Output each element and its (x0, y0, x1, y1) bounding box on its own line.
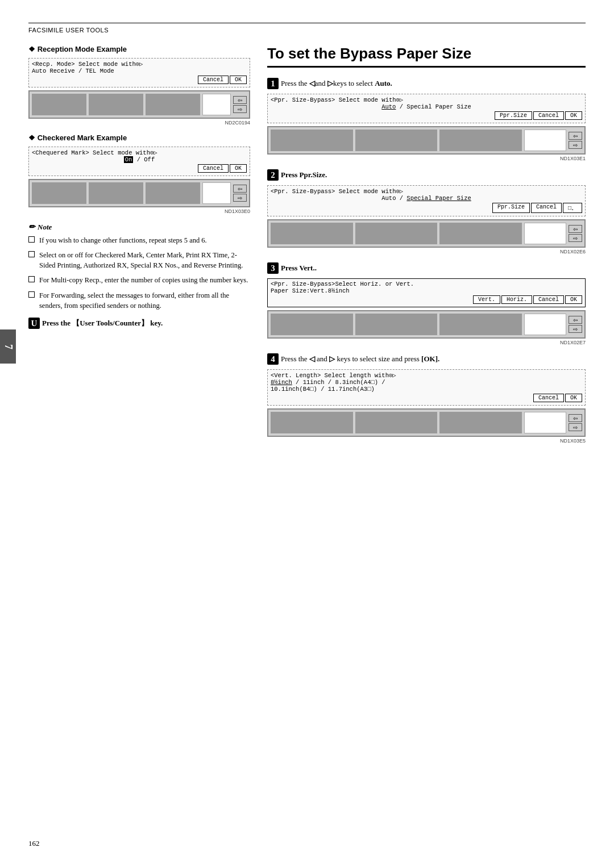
checkered-screen-mockup: ⇦ ⇨ (28, 179, 250, 207)
note-item-1: If you wish to change other functions, r… (28, 235, 250, 245)
step4-text: Press the ◁ and ▷ keys to select size an… (281, 353, 586, 365)
note-section: ✏ Note If you wish to change other funct… (28, 222, 250, 311)
screen-block-4 (202, 94, 231, 115)
right-arrow-2[interactable]: ⇨ (233, 194, 247, 202)
step-u: U Press the 【User Tools/Counter】 key. (28, 318, 250, 329)
checkered-fig-id: ND1X03E0 (28, 208, 250, 214)
step3-lcd-buttons: Vert. Horiz. Cancel OK (271, 294, 582, 305)
reception-lcd-line1: <Recp. Mode> Select mode with⊙▷ (32, 60, 247, 68)
step2-ok-btn[interactable]: □。 (563, 203, 582, 213)
step1-screen-mockup: ⇦ ⇨ (267, 126, 586, 155)
step2-left-arrow[interactable]: ⇦ (569, 225, 582, 233)
step4-left-arrow[interactable]: ⇦ (569, 414, 582, 422)
step1-lcd-line1: <Ppr. Size-Bypass> Select mode with⊙▷ (271, 96, 582, 103)
step2-cancel-btn[interactable]: Cancel (531, 203, 562, 213)
step2-lcd-line2: Auto / Special Paper Size (271, 195, 582, 202)
step3-left-arrow[interactable]: ⇦ (569, 316, 582, 324)
step3-row: 3 Press Vert.. (267, 262, 586, 274)
step3-vert-btn[interactable]: Vert. (473, 295, 500, 304)
checkered-cancel-btn[interactable]: Cancel (198, 164, 229, 173)
step2-right-arrow[interactable]: ⇨ (569, 234, 582, 242)
step2-fig-id: ND1X02E6 (267, 249, 586, 254)
left-arrow[interactable]: ⇦ (233, 96, 247, 104)
step4-right-arrow[interactable]: ⇨ (569, 423, 582, 431)
two-col-layout: Reception Mode Example <Recp. Mode> Sele… (28, 45, 586, 452)
right-arrow[interactable]: ⇨ (233, 105, 247, 113)
reception-fig-id: ND2C0194 (28, 120, 250, 126)
step3-lcd-line1: <Ppr. Size-Bypass>Select Horiz. or Vert. (271, 281, 582, 287)
step3-text: Press Vert.. (281, 262, 586, 274)
checkered-lcd-box: <Chequered Mark> Select mode with⊙▷ On /… (28, 147, 250, 176)
step3-screen-mockup: ⇦ ⇨ (267, 310, 586, 339)
step4-row: 4 Press the ◁ and ▷ keys to select size … (267, 353, 586, 365)
step2-block: 2 Press Ppr.Size. <Ppr. Size-Bypass> Sel… (267, 169, 586, 254)
top-rule (28, 23, 586, 23)
screen-block-4 (202, 182, 231, 204)
screen-block-1 (32, 182, 86, 204)
step4-screen-mockup: ⇦ ⇨ (267, 408, 586, 437)
right-column: To set the Bypass Paper Size 1 Press the… (267, 45, 586, 452)
step2-num: 2 (267, 169, 279, 181)
step4-lcd-buttons: Cancel OK (271, 393, 582, 403)
header-label: FACSIMILE USER TOOLS (28, 27, 586, 34)
step2-text: Press Ppr.Size. (281, 169, 586, 181)
step3-lcd-box: <Ppr. Size-Bypass>Select Horiz. or Vert.… (267, 278, 586, 307)
step1-block: 1 Press the ◁and ▷keys to select Auto. <… (267, 78, 586, 161)
step1-row: 1 Press the ◁and ▷keys to select Auto. (267, 78, 586, 89)
note-title: ✏ Note (28, 222, 250, 232)
step1-ok-btn[interactable]: OK (565, 111, 582, 120)
page-number: 162 (28, 839, 40, 848)
checkered-lcd-buttons: Cancel OK (32, 163, 247, 174)
step1-lcd-box: <Ppr. Size-Bypass> Select mode with⊙▷ Au… (267, 94, 586, 123)
screen-block-1 (32, 94, 86, 115)
screen-block-2 (89, 94, 143, 115)
reception-lcd-buttons: Cancel OK (32, 74, 247, 85)
reception-mode-section: Reception Mode Example <Recp. Mode> Sele… (28, 45, 250, 126)
checkered-mark-section: Checkered Mark Example <Chequered Mark> … (28, 133, 250, 214)
step1-lcd-line2: Auto / Special Paper Size (271, 103, 582, 110)
step1-left-arrow[interactable]: ⇦ (569, 132, 582, 140)
step2-lcd-box: <Ppr. Size-Bypass> Select mode with⊙▷ Au… (267, 185, 586, 216)
left-arrow-2[interactable]: ⇦ (233, 185, 247, 193)
step4-lcd-line1: <Vert. Length> Select length with⊙▷ (271, 372, 582, 379)
step2-lcd-line1: <Ppr. Size-Bypass> Select mode with⊙▷ (271, 187, 582, 195)
step4-lcd-box: <Vert. Length> Select length with⊙▷ 8½in… (267, 369, 586, 406)
step1-fig-id: ND1X03E1 (267, 156, 586, 161)
step3-num: 3 (267, 262, 279, 274)
checkered-lcd-line1: <Chequered Mark> Select mode with⊙▷ (32, 149, 247, 156)
screen-block-3 (146, 94, 200, 115)
step3-lcd-line2: Paper Size:Vert.8½inch (271, 287, 582, 294)
step3-right-arrow[interactable]: ⇨ (569, 325, 582, 333)
step3-horiz-btn[interactable]: Horiz. (501, 295, 532, 304)
step4-ok-btn[interactable]: OK (565, 394, 582, 402)
step1-cancel-btn[interactable]: Cancel (533, 111, 564, 120)
tab-marker: 7 (0, 329, 16, 364)
checkbox-1 (28, 236, 35, 243)
step1-lcd-buttons: Ppr.Size Cancel OK (271, 110, 582, 121)
step4-cancel-btn[interactable]: Cancel (533, 394, 564, 402)
step2-screen-mockup: ⇦ ⇨ (267, 219, 586, 248)
step2-pprsize-btn[interactable]: Ppr.Size (492, 203, 530, 213)
step1-pprsize-btn[interactable]: Ppr.Size (495, 111, 532, 120)
checkbox-2 (28, 251, 35, 257)
step3-ok-btn[interactable]: OK (565, 295, 582, 304)
step-u-text: Press the 【User Tools/Counter】 key. (42, 318, 250, 329)
checkered-mark-title: Checkered Mark Example (28, 133, 250, 142)
note-item-3: For Multi-copy Recp., enter the number o… (28, 275, 250, 285)
step3-cancel-btn[interactable]: Cancel (533, 295, 564, 304)
reception-cancel-btn[interactable]: Cancel (198, 76, 229, 84)
step4-block: 4 Press the ◁ and ▷ keys to select size … (267, 353, 586, 444)
reception-screen-mockup: ⇦ ⇨ (28, 90, 250, 119)
pencil-icon: ✏ (28, 222, 35, 232)
screen-arrows-2: ⇦ ⇨ (233, 185, 247, 202)
reception-ok-btn[interactable]: OK (230, 76, 247, 84)
note-item-4: For Forwarding, select the messages to f… (28, 290, 250, 311)
checkered-ok-btn[interactable]: OK (230, 164, 247, 173)
checkered-lcd-line2: On / Off (32, 156, 247, 163)
step1-right-arrow[interactable]: ⇨ (569, 141, 582, 149)
step4-lcd-line2: 8½inch / 11inch / 8.3inch(A4□) / (271, 379, 582, 386)
step4-num: 4 (267, 353, 279, 365)
reception-mode-title: Reception Mode Example (28, 45, 250, 53)
page: FACSIMILE USER TOOLS 7 Reception Mode Ex… (0, 0, 614, 868)
step4-lcd-line3: 10.1inch(B4□) / 11.7inch(A3□) (271, 386, 582, 393)
